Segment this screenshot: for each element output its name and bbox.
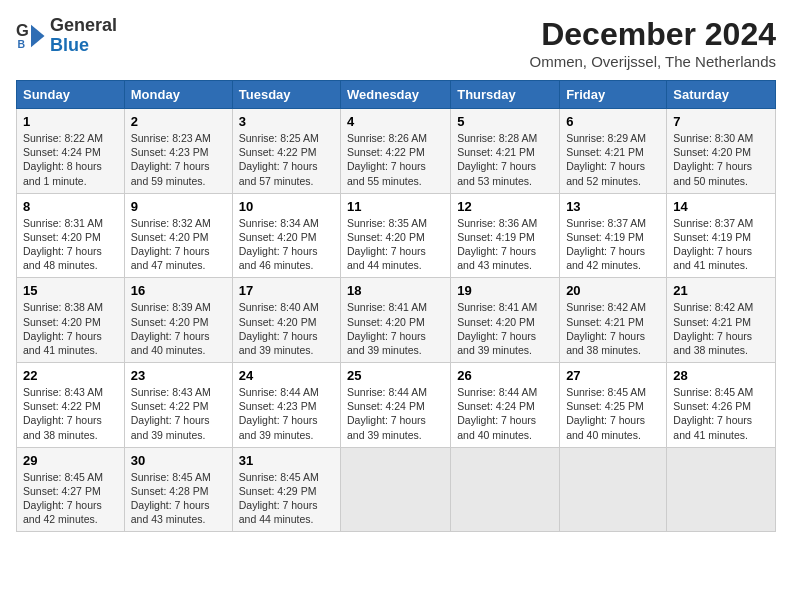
day-info: Sunrise: 8:38 AM Sunset: 4:20 PM Dayligh… <box>23 300 118 357</box>
calendar-cell: 23Sunrise: 8:43 AM Sunset: 4:22 PM Dayli… <box>124 363 232 448</box>
calendar-body: 1Sunrise: 8:22 AM Sunset: 4:24 PM Daylig… <box>17 109 776 532</box>
svg-marker-1 <box>31 25 45 48</box>
day-info: Sunrise: 8:45 AM Sunset: 4:27 PM Dayligh… <box>23 470 118 527</box>
day-number: 14 <box>673 199 769 214</box>
day-info: Sunrise: 8:42 AM Sunset: 4:21 PM Dayligh… <box>673 300 769 357</box>
day-number: 29 <box>23 453 118 468</box>
calendar-cell: 14Sunrise: 8:37 AM Sunset: 4:19 PM Dayli… <box>667 193 776 278</box>
day-info: Sunrise: 8:26 AM Sunset: 4:22 PM Dayligh… <box>347 131 444 188</box>
calendar-cell: 4Sunrise: 8:26 AM Sunset: 4:22 PM Daylig… <box>341 109 451 194</box>
day-info: Sunrise: 8:44 AM Sunset: 4:23 PM Dayligh… <box>239 385 334 442</box>
calendar-cell: 25Sunrise: 8:44 AM Sunset: 4:24 PM Dayli… <box>341 363 451 448</box>
calendar-cell: 28Sunrise: 8:45 AM Sunset: 4:26 PM Dayli… <box>667 363 776 448</box>
logo-icon: G B <box>16 21 46 51</box>
calendar-week-1: 1Sunrise: 8:22 AM Sunset: 4:24 PM Daylig… <box>17 109 776 194</box>
day-number: 7 <box>673 114 769 129</box>
calendar-week-3: 15Sunrise: 8:38 AM Sunset: 4:20 PM Dayli… <box>17 278 776 363</box>
calendar-cell: 12Sunrise: 8:36 AM Sunset: 4:19 PM Dayli… <box>451 193 560 278</box>
calendar-cell: 27Sunrise: 8:45 AM Sunset: 4:25 PM Dayli… <box>560 363 667 448</box>
svg-text:B: B <box>18 38 26 50</box>
day-info: Sunrise: 8:28 AM Sunset: 4:21 PM Dayligh… <box>457 131 553 188</box>
day-info: Sunrise: 8:43 AM Sunset: 4:22 PM Dayligh… <box>23 385 118 442</box>
day-info: Sunrise: 8:32 AM Sunset: 4:20 PM Dayligh… <box>131 216 226 273</box>
calendar-cell: 22Sunrise: 8:43 AM Sunset: 4:22 PM Dayli… <box>17 363 125 448</box>
day-number: 18 <box>347 283 444 298</box>
day-info: Sunrise: 8:40 AM Sunset: 4:20 PM Dayligh… <box>239 300 334 357</box>
day-number: 3 <box>239 114 334 129</box>
calendar-cell: 20Sunrise: 8:42 AM Sunset: 4:21 PM Dayli… <box>560 278 667 363</box>
title-block: December 2024 Ommen, Overijssel, The Net… <box>530 16 776 70</box>
calendar-cell: 21Sunrise: 8:42 AM Sunset: 4:21 PM Dayli… <box>667 278 776 363</box>
logo: G B General Blue <box>16 16 117 56</box>
calendar-week-4: 22Sunrise: 8:43 AM Sunset: 4:22 PM Dayli… <box>17 363 776 448</box>
calendar-cell: 26Sunrise: 8:44 AM Sunset: 4:24 PM Dayli… <box>451 363 560 448</box>
day-number: 19 <box>457 283 553 298</box>
day-number: 5 <box>457 114 553 129</box>
day-number: 22 <box>23 368 118 383</box>
day-of-week-sunday: Sunday <box>17 81 125 109</box>
day-number: 25 <box>347 368 444 383</box>
day-info: Sunrise: 8:39 AM Sunset: 4:20 PM Dayligh… <box>131 300 226 357</box>
day-number: 16 <box>131 283 226 298</box>
day-info: Sunrise: 8:36 AM Sunset: 4:19 PM Dayligh… <box>457 216 553 273</box>
calendar-cell: 13Sunrise: 8:37 AM Sunset: 4:19 PM Dayli… <box>560 193 667 278</box>
day-info: Sunrise: 8:29 AM Sunset: 4:21 PM Dayligh… <box>566 131 660 188</box>
day-number: 30 <box>131 453 226 468</box>
day-info: Sunrise: 8:44 AM Sunset: 4:24 PM Dayligh… <box>347 385 444 442</box>
calendar-cell <box>341 447 451 532</box>
day-number: 13 <box>566 199 660 214</box>
day-number: 12 <box>457 199 553 214</box>
calendar-header: SundayMondayTuesdayWednesdayThursdayFrid… <box>17 81 776 109</box>
location-subtitle: Ommen, Overijssel, The Netherlands <box>530 53 776 70</box>
day-info: Sunrise: 8:30 AM Sunset: 4:20 PM Dayligh… <box>673 131 769 188</box>
day-number: 26 <box>457 368 553 383</box>
day-info: Sunrise: 8:45 AM Sunset: 4:28 PM Dayligh… <box>131 470 226 527</box>
day-of-week-friday: Friday <box>560 81 667 109</box>
day-number: 2 <box>131 114 226 129</box>
calendar-cell: 17Sunrise: 8:40 AM Sunset: 4:20 PM Dayli… <box>232 278 340 363</box>
calendar-cell: 16Sunrise: 8:39 AM Sunset: 4:20 PM Dayli… <box>124 278 232 363</box>
day-info: Sunrise: 8:45 AM Sunset: 4:25 PM Dayligh… <box>566 385 660 442</box>
calendar-cell: 29Sunrise: 8:45 AM Sunset: 4:27 PM Dayli… <box>17 447 125 532</box>
calendar-table: SundayMondayTuesdayWednesdayThursdayFrid… <box>16 80 776 532</box>
day-number: 28 <box>673 368 769 383</box>
calendar-cell <box>451 447 560 532</box>
day-info: Sunrise: 8:45 AM Sunset: 4:29 PM Dayligh… <box>239 470 334 527</box>
calendar-cell: 15Sunrise: 8:38 AM Sunset: 4:20 PM Dayli… <box>17 278 125 363</box>
day-info: Sunrise: 8:34 AM Sunset: 4:20 PM Dayligh… <box>239 216 334 273</box>
calendar-cell: 11Sunrise: 8:35 AM Sunset: 4:20 PM Dayli… <box>341 193 451 278</box>
calendar-cell: 10Sunrise: 8:34 AM Sunset: 4:20 PM Dayli… <box>232 193 340 278</box>
day-number: 24 <box>239 368 334 383</box>
day-info: Sunrise: 8:45 AM Sunset: 4:26 PM Dayligh… <box>673 385 769 442</box>
calendar-cell: 1Sunrise: 8:22 AM Sunset: 4:24 PM Daylig… <box>17 109 125 194</box>
day-number: 6 <box>566 114 660 129</box>
svg-text:G: G <box>16 21 29 39</box>
day-info: Sunrise: 8:22 AM Sunset: 4:24 PM Dayligh… <box>23 131 118 188</box>
day-info: Sunrise: 8:25 AM Sunset: 4:22 PM Dayligh… <box>239 131 334 188</box>
calendar-cell <box>560 447 667 532</box>
day-number: 4 <box>347 114 444 129</box>
day-number: 8 <box>23 199 118 214</box>
calendar-cell: 7Sunrise: 8:30 AM Sunset: 4:20 PM Daylig… <box>667 109 776 194</box>
day-of-week-saturday: Saturday <box>667 81 776 109</box>
calendar-week-2: 8Sunrise: 8:31 AM Sunset: 4:20 PM Daylig… <box>17 193 776 278</box>
day-of-week-monday: Monday <box>124 81 232 109</box>
logo-general-text: General <box>50 16 117 36</box>
logo-blue-text: Blue <box>50 36 117 56</box>
calendar-week-5: 29Sunrise: 8:45 AM Sunset: 4:27 PM Dayli… <box>17 447 776 532</box>
calendar-cell: 24Sunrise: 8:44 AM Sunset: 4:23 PM Dayli… <box>232 363 340 448</box>
day-of-week-tuesday: Tuesday <box>232 81 340 109</box>
page-header: G B General Blue December 2024 Ommen, Ov… <box>16 16 776 70</box>
day-info: Sunrise: 8:23 AM Sunset: 4:23 PM Dayligh… <box>131 131 226 188</box>
day-number: 1 <box>23 114 118 129</box>
day-info: Sunrise: 8:37 AM Sunset: 4:19 PM Dayligh… <box>566 216 660 273</box>
day-number: 20 <box>566 283 660 298</box>
day-number: 23 <box>131 368 226 383</box>
day-number: 9 <box>131 199 226 214</box>
day-info: Sunrise: 8:41 AM Sunset: 4:20 PM Dayligh… <box>457 300 553 357</box>
day-number: 27 <box>566 368 660 383</box>
day-number: 15 <box>23 283 118 298</box>
calendar-cell: 3Sunrise: 8:25 AM Sunset: 4:22 PM Daylig… <box>232 109 340 194</box>
calendar-cell: 19Sunrise: 8:41 AM Sunset: 4:20 PM Dayli… <box>451 278 560 363</box>
calendar-cell: 30Sunrise: 8:45 AM Sunset: 4:28 PM Dayli… <box>124 447 232 532</box>
